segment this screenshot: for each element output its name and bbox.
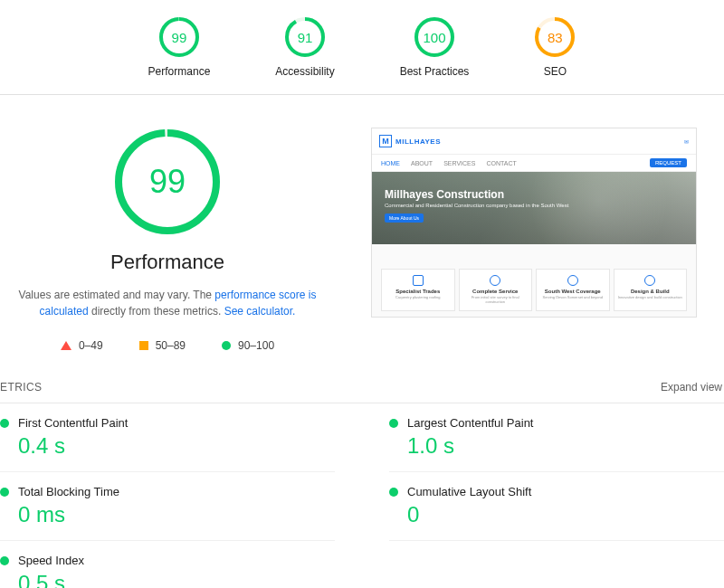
performance-title: Performance bbox=[110, 251, 224, 274]
status-dot-icon bbox=[0, 488, 9, 497]
metric-cls[interactable]: Cumulative Layout Shift 0 bbox=[389, 472, 724, 541]
status-dot-icon bbox=[0, 419, 9, 428]
gauge-seo[interactable]: 83 SEO bbox=[534, 16, 576, 78]
performance-hero: 99 Performance Values are estimated and … bbox=[0, 95, 724, 361]
legend-average: 50–89 bbox=[139, 339, 186, 352]
circle-icon bbox=[222, 341, 231, 350]
metric-tbt[interactable]: Total Blocking Time 0 ms bbox=[0, 472, 335, 541]
expand-view-link[interactable]: Expand view bbox=[661, 381, 722, 394]
status-dot-icon bbox=[389, 419, 398, 428]
metric-speed-index[interactable]: Speed Index 0.5 s bbox=[0, 541, 335, 588]
see-calculator-link[interactable]: See calculator. bbox=[224, 305, 296, 318]
legend-pass: 90–100 bbox=[222, 339, 274, 352]
legend-fail: 0–49 bbox=[61, 339, 103, 352]
performance-disclaimer: Values are estimated and may vary. The p… bbox=[14, 287, 321, 319]
page-screenshot: MMILLHAYES ✉ HOMEABOUTSERVICESCONTACT RE… bbox=[371, 128, 697, 318]
metric-fcp[interactable]: First Contentful Paint 0.4 s bbox=[0, 403, 335, 472]
status-dot-icon bbox=[0, 556, 9, 565]
gauge-performance[interactable]: 99 Performance bbox=[148, 16, 211, 78]
triangle-icon bbox=[61, 341, 71, 350]
metrics-heading: ETRICS bbox=[0, 381, 42, 394]
metrics-grid: First Contentful Paint 0.4 s Largest Con… bbox=[0, 403, 724, 588]
category-gauges: 99 Performance 91 Accessibility 100 Best… bbox=[0, 0, 724, 95]
status-dot-icon bbox=[389, 488, 398, 497]
square-icon bbox=[139, 341, 148, 350]
score-legend: 0–49 50–89 90–100 bbox=[61, 339, 274, 352]
performance-big-gauge: 99 bbox=[113, 128, 222, 236]
gauge-accessibility[interactable]: 91 Accessibility bbox=[275, 16, 334, 78]
metric-lcp[interactable]: Largest Contentful Paint 1.0 s bbox=[389, 403, 724, 472]
gauge-best-practices[interactable]: 100 Best Practices bbox=[400, 16, 470, 78]
